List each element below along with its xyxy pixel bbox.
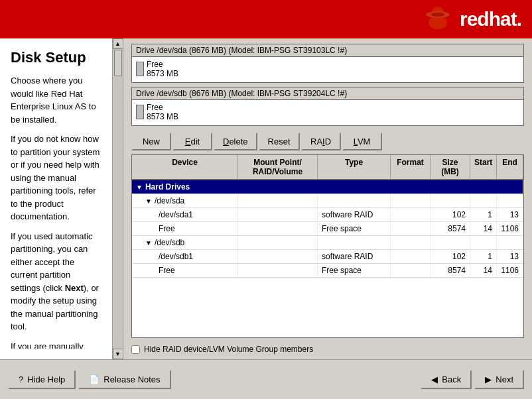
- logo-hat: hat.: [489, 8, 521, 30]
- table-row-sdb1[interactable]: /dev/sdb1 software RAID 102 1 13: [132, 250, 523, 264]
- sdb1-start: 1: [470, 250, 497, 263]
- sdb-format: [391, 236, 431, 249]
- sdb-start: [470, 236, 497, 249]
- sdb-expand-icon: ▼: [145, 239, 152, 247]
- drive-sdb-section: Drive /dev/sdb (8676 MB) (Model: IBM-PSG…: [131, 87, 524, 126]
- footer-left-buttons: ? Hide Help 📄 Release Notes: [8, 370, 171, 389]
- sdb-device: ▼ /dev/sdb: [132, 236, 238, 249]
- drive-sdb-label: Free 8573 MB: [147, 103, 178, 121]
- col-size: Size(MB): [431, 155, 470, 179]
- scroll-down-arrow[interactable]: ▼: [113, 349, 123, 359]
- drive-sda-header: Drive /dev/sda (8676 MB) (Model: IBM-PSG…: [132, 44, 523, 57]
- scroll-thumb[interactable]: [114, 50, 122, 76]
- delete-button[interactable]: Delete: [214, 133, 257, 150]
- reset-button[interactable]: Reset: [259, 133, 300, 150]
- sda1-size: 102: [431, 208, 470, 221]
- drive-sda-label: Free 8573 MB: [147, 60, 178, 78]
- table-body: ▼ Hard Drives ▼ /dev/sda: [132, 180, 523, 278]
- table-row-sda1[interactable]: /dev/sda1 software RAID 102 1 13: [132, 208, 523, 222]
- sdb-free-start: 14: [470, 264, 497, 277]
- header: red hat.: [0, 0, 532, 38]
- drive-sda-section: Drive /dev/sda (8676 MB) (Model: IBM-PSG…: [131, 44, 524, 83]
- sdb-free-device: Free: [132, 264, 238, 277]
- col-start: Start: [470, 155, 497, 179]
- back-arrow-icon: ◀: [431, 374, 438, 384]
- sda1-end: 13: [497, 208, 523, 221]
- release-notes-button[interactable]: 📄 Release Notes: [78, 370, 170, 389]
- sda-mount: [238, 194, 318, 207]
- sda-free-start: 14: [470, 222, 497, 235]
- table-row-sdb-free[interactable]: Free Free space 8574 14 1106: [132, 264, 523, 278]
- sda-free-end: 1106: [497, 222, 523, 235]
- col-format: Format: [391, 155, 431, 179]
- sdb1-end: 13: [497, 250, 523, 263]
- sda-free-format: [391, 222, 431, 235]
- description-4: If you are manually partitioning your sy…: [11, 340, 101, 349]
- lvm-button[interactable]: LVM: [342, 133, 382, 150]
- drive-sda-content: Free 8573 MB: [132, 57, 523, 82]
- edit-button[interactable]: Edit: [172, 133, 212, 150]
- hide-help-button[interactable]: ? Hide Help: [8, 370, 76, 389]
- next-button[interactable]: ▶ Next: [474, 370, 524, 389]
- sda1-type: software RAID: [318, 208, 391, 221]
- col-end: End: [497, 155, 523, 179]
- sda-end: [497, 194, 523, 207]
- sdb-end: [497, 236, 523, 249]
- right-panel: Drive /dev/sda (8676 MB) (Model: IBM-PSG…: [123, 38, 532, 359]
- sda1-start: 1: [470, 208, 497, 221]
- description-1: Choose where you would like Red Hat Ente…: [11, 74, 101, 126]
- sda1-format: [391, 208, 431, 221]
- page-title: Disk Setup: [11, 49, 101, 66]
- left-panel-scrollbar[interactable]: ▲ ▼: [112, 38, 123, 359]
- sda-start: [470, 194, 497, 207]
- drive-sdb-header: Drive /dev/sdb (8676 MB) (Model: IBM-PSG…: [132, 87, 523, 100]
- sda-format: [391, 194, 431, 207]
- sda-size: [431, 194, 470, 207]
- table-row-sda-free[interactable]: Free Free space 8574 14 1106: [132, 222, 523, 236]
- sdb1-mount: [238, 250, 318, 263]
- new-button[interactable]: New: [131, 133, 171, 150]
- col-type: Type: [318, 155, 391, 179]
- footer: ? Hide Help 📄 Release Notes ◀ Back ▶ Nex…: [0, 359, 532, 399]
- sda-free-mount: [238, 222, 318, 235]
- help-icon: ?: [19, 374, 23, 384]
- table-row-sda[interactable]: ▼ /dev/sda: [132, 194, 523, 208]
- sdb1-device: /dev/sdb1: [132, 250, 238, 263]
- main-content: Disk Setup Choose where you would like R…: [0, 38, 532, 359]
- svg-point-3: [431, 13, 444, 17]
- table-header: Device Mount Point/RAID/Volume Type Form…: [132, 155, 523, 180]
- redhat-logo: red hat.: [460, 8, 521, 30]
- sdb1-type: software RAID: [318, 250, 391, 263]
- sda-expand-icon: ▼: [145, 198, 152, 205]
- logo-red: red: [460, 8, 489, 30]
- sda1-device: /dev/sda1: [132, 208, 238, 221]
- table-row-sdb[interactable]: ▼ /dev/sdb: [132, 236, 523, 250]
- sdb-free-mount: [238, 264, 318, 277]
- drive-sda-bar: [136, 62, 144, 76]
- col-mount: Mount Point/RAID/Volume: [238, 155, 318, 179]
- sdb1-size: 102: [431, 250, 470, 263]
- hide-raid-checkbox-row: Hide RAID device/LVM Volume Group member…: [131, 345, 524, 354]
- drive-sdb-content: Free 8573 MB: [132, 100, 523, 125]
- partition-table: Device Mount Point/RAID/Volume Type Form…: [131, 154, 524, 338]
- drive-sdb-bar: [136, 105, 144, 119]
- description-2: If you do not know how to partition your…: [11, 133, 101, 223]
- expand-icon: ▼: [136, 184, 143, 191]
- col-device: Device: [132, 155, 238, 179]
- hide-raid-checkbox[interactable]: [131, 345, 140, 354]
- notes-icon: 📄: [89, 374, 100, 384]
- redhat-figure-icon: [421, 3, 454, 36]
- sdb-free-format: [391, 264, 431, 277]
- hide-raid-label: Hide RAID device/LVM Volume Group member…: [144, 345, 313, 354]
- sda-free-type: Free space: [318, 222, 391, 235]
- back-button[interactable]: ◀ Back: [421, 370, 472, 389]
- left-panel: Disk Setup Choose where you would like R…: [0, 38, 123, 359]
- group-hard-drives[interactable]: ▼ Hard Drives: [132, 180, 523, 194]
- sdb1-format: [391, 250, 431, 263]
- sdb-size: [431, 236, 470, 249]
- sda-free-size: 8574: [431, 222, 470, 235]
- sda-type: [318, 194, 391, 207]
- scroll-up-arrow[interactable]: ▲: [113, 38, 123, 49]
- description-3: If you used automatic partitioning, you …: [11, 230, 101, 333]
- raid-button[interactable]: RAID: [301, 133, 341, 150]
